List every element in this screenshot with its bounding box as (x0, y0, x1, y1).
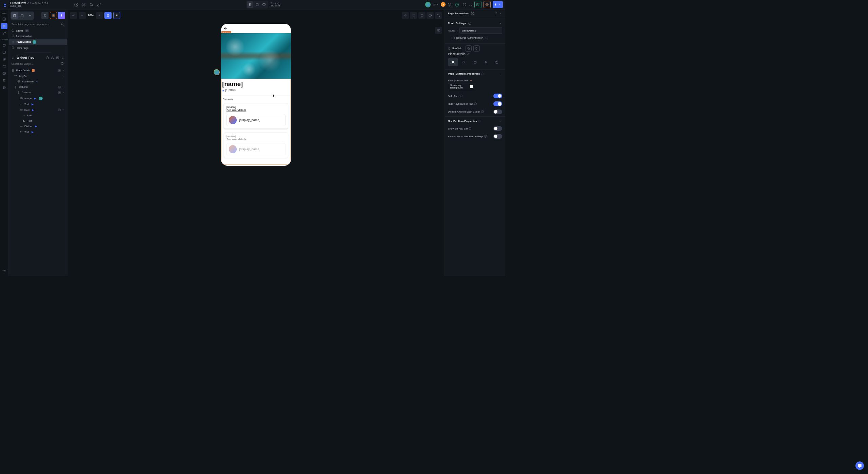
tree-node-column-2[interactable]: Column (9, 90, 66, 95)
see-user-details-link[interactable]: See user details (226, 138, 285, 141)
tree-node-text-2[interactable]: Tт Text (9, 118, 66, 123)
page-item-authentication[interactable]: Authentication (9, 34, 67, 39)
command-icon[interactable] (82, 3, 86, 7)
back-arrow-icon[interactable] (223, 26, 228, 31)
rail-media[interactable] (1, 70, 7, 77)
zoom-out-button[interactable] (79, 12, 86, 19)
bug-icon[interactable] (448, 3, 452, 7)
device-tablet-button[interactable] (254, 1, 260, 8)
tab-actions[interactable] (459, 58, 469, 66)
tab-animations[interactable] (481, 58, 491, 66)
tab-add-page[interactable] (50, 12, 57, 19)
tab-premium[interactable] (26, 12, 33, 19)
info-icon[interactable] (469, 127, 471, 130)
edit-icon[interactable] (467, 53, 470, 55)
rail-add-widget[interactable] (1, 16, 7, 22)
tree-node-appbar[interactable]: AppBar (9, 73, 66, 79)
route-input[interactable] (459, 27, 502, 34)
ai-button[interactable] (113, 12, 120, 19)
info-icon[interactable] (46, 56, 49, 59)
info-icon[interactable] (468, 22, 471, 25)
tab-properties[interactable] (448, 58, 458, 66)
keyboard-button[interactable] (427, 12, 434, 19)
show-nav-toggle[interactable] (493, 126, 502, 131)
rail-functions[interactable] (1, 77, 7, 84)
version-dropdown[interactable]: v3 (433, 3, 439, 6)
canvas[interactable]: 90% Column [name] (67, 9, 445, 276)
tree-node-row[interactable]: Row ▶ (9, 107, 66, 113)
info-icon[interactable] (478, 120, 480, 122)
tree-node-image[interactable]: Image ▶ (9, 95, 66, 102)
nav-bar-properties-header[interactable]: Nav Bar Item Properties (448, 120, 477, 123)
info-icon[interactable] (486, 37, 488, 39)
chevron-right-icon[interactable] (499, 12, 502, 15)
search-icon[interactable] (61, 62, 64, 65)
copy-button[interactable] (466, 45, 472, 52)
panel-drag-handle[interactable] (24, 52, 51, 53)
bg-color-picker[interactable]: Secondary Background (448, 83, 475, 90)
resize-button[interactable] (435, 12, 442, 19)
tree-node-iconbutton[interactable]: IconButton (9, 79, 66, 84)
chevron-down-icon[interactable] (499, 22, 502, 25)
run-button[interactable] (493, 1, 503, 8)
search-icon[interactable] (90, 3, 94, 7)
light-mode-button[interactable] (402, 12, 409, 19)
chevron-down-icon[interactable] (499, 73, 502, 75)
device-preview[interactable]: Column [name] ★ [1] Stars Reviews [revie… (221, 24, 291, 166)
check-icon[interactable] (454, 1, 461, 8)
info-icon[interactable] (481, 73, 484, 75)
search-pages-input[interactable] (12, 23, 59, 26)
tree-node-column[interactable]: Column (9, 84, 66, 90)
tab-copy[interactable] (41, 12, 48, 19)
always-nav-toggle[interactable] (493, 134, 502, 139)
device-desktop-button[interactable] (261, 1, 268, 8)
add-widget-icon[interactable] (56, 56, 59, 59)
open-external-button[interactable] (474, 1, 481, 8)
device-tablet-canvas[interactable] (418, 12, 426, 19)
rail-widget-tree[interactable] (1, 23, 7, 29)
scaffold-properties-header[interactable]: Page (Scaffold) Properties (448, 72, 480, 75)
rail-settings[interactable] (1, 267, 7, 274)
comment-icon[interactable] (462, 3, 467, 7)
info-icon[interactable] (471, 12, 474, 15)
preview-button[interactable] (484, 1, 491, 8)
issues-badge[interactable]: 2 (441, 2, 446, 7)
keyboard-toggle-button[interactable] (435, 27, 442, 34)
tab-components[interactable] (19, 12, 26, 19)
safe-area-toggle[interactable] (493, 94, 502, 98)
device-mobile-canvas[interactable] (410, 12, 417, 19)
info-icon[interactable] (484, 135, 487, 138)
tree-node-text-1[interactable]: Tт Text ▶ (9, 102, 66, 107)
tree-node-text-3[interactable]: Tт Text ▶ (9, 129, 66, 135)
tab-diamond[interactable] (58, 12, 65, 19)
delete-button[interactable] (473, 45, 480, 52)
rail-theme[interactable] (1, 84, 7, 91)
user-avatar[interactable] (425, 2, 431, 7)
rail-api[interactable] (1, 63, 7, 70)
chevron-down-icon[interactable] (499, 120, 502, 122)
link-icon[interactable] (97, 3, 101, 7)
requires-auth-checkbox[interactable] (452, 37, 455, 39)
tree-node-placedetails[interactable]: PlaceDetails (9, 68, 66, 73)
device-mobile-button[interactable] (247, 1, 253, 8)
add-element-button[interactable] (104, 12, 112, 19)
pages-folder-header[interactable]: pages 0 (9, 28, 67, 34)
rail-datatypes[interactable] (1, 49, 7, 55)
zoom-in-button[interactable] (96, 12, 103, 19)
help-icon[interactable] (74, 3, 78, 7)
search-widget-input[interactable] (12, 62, 59, 65)
info-icon[interactable] (460, 95, 462, 97)
code-icon[interactable] (469, 3, 473, 7)
rail-firestore[interactable] (1, 42, 7, 48)
page-item-placedetails[interactable]: PlaceDetails (9, 39, 67, 45)
tab-pages[interactable] (11, 12, 18, 19)
variable-icon[interactable] (470, 79, 472, 82)
nav-first-button[interactable] (70, 12, 77, 19)
tab-docs[interactable] (492, 58, 502, 66)
search-icon[interactable] (61, 22, 64, 26)
info-icon[interactable] (474, 102, 477, 105)
route-settings-header[interactable]: Route Settings (448, 22, 466, 25)
edit-icon[interactable] (494, 12, 497, 15)
tab-backend[interactable] (470, 58, 480, 66)
tree-node-icon[interactable]: Icon (9, 113, 66, 118)
